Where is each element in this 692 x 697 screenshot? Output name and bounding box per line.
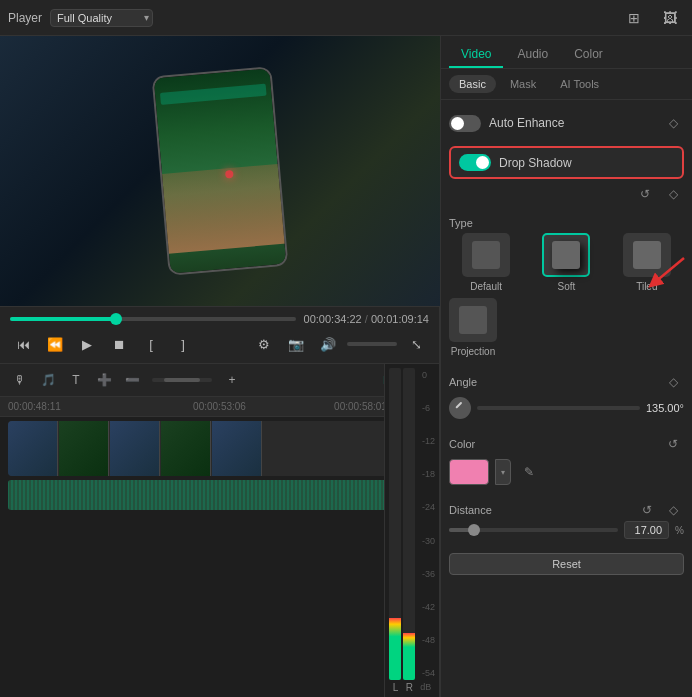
track-content (0, 417, 439, 680)
meter-scale: 0-6-12-18-24-30-36-42-48-54 (422, 368, 435, 680)
tab-color[interactable]: Color (562, 42, 615, 68)
type-option-default[interactable]: Default (449, 233, 523, 292)
mark-in-button[interactable]: [ (138, 331, 164, 357)
grid-view-icon[interactable]: ⊞ (620, 4, 648, 32)
meter-l-label: L (393, 682, 399, 693)
video-preview (0, 36, 440, 306)
reset-button[interactable]: Reset (449, 553, 684, 575)
volume-icon[interactable]: 🔊 (315, 331, 341, 357)
image-view-icon[interactable]: 🖼 (656, 4, 684, 32)
video-track (8, 421, 431, 476)
main-tabs: Video Audio Color (441, 36, 692, 69)
settings-button[interactable]: ⚙ (251, 331, 277, 357)
auto-enhance-toggle[interactable] (449, 115, 481, 132)
main-content: 00:00:34:22 / 00:01:09:14 ⏮ ⏪ ▶ ⏹ [ ] ⚙ … (0, 36, 692, 697)
ruler-mark: 00:00:53:06 (149, 401, 290, 412)
text-button[interactable]: T (64, 368, 88, 392)
current-time: 00:00:34:22 (304, 313, 362, 325)
meter-r-label: R (406, 682, 413, 693)
snapshot-button[interactable]: 📷 (283, 331, 309, 357)
progress-thumb[interactable] (110, 313, 122, 325)
distance-diamond-icon[interactable]: ◇ (662, 499, 684, 521)
left-panel: 00:00:34:22 / 00:01:09:14 ⏮ ⏪ ▶ ⏹ [ ] ⚙ … (0, 36, 440, 697)
type-thumb-soft (542, 233, 590, 277)
color-section: Color ↺ ▾ ✎ (449, 433, 684, 485)
stop-button[interactable]: ⏹ (106, 331, 132, 357)
distance-reset-icon[interactable]: ↺ (636, 499, 658, 521)
mic-button[interactable]: 🎙 (8, 368, 32, 392)
tab-audio[interactable]: Audio (505, 42, 560, 68)
phone-screen (154, 68, 287, 273)
type-inner-projection (459, 306, 487, 334)
track-thumbnail (110, 421, 160, 476)
meter-lr-labels: L R dB (389, 680, 435, 693)
mark-out-button[interactable]: ] (170, 331, 196, 357)
quality-select[interactable]: Full Quality Half Quality Quarter Qualit… (50, 9, 153, 27)
distance-thumb[interactable] (468, 524, 480, 536)
angle-thumb[interactable] (449, 397, 471, 419)
type-option-projection[interactable]: Projection (449, 298, 497, 357)
angle-track[interactable] (477, 406, 640, 410)
timeline-ruler: 00:00:48:11 00:00:53:06 00:00:58:01 (0, 397, 439, 417)
minus-button[interactable]: ➖ (120, 368, 144, 392)
angle-section: Angle ◇ 135.00° (449, 371, 684, 419)
tab-video[interactable]: Video (449, 42, 503, 68)
total-time: 00:01:09:14 (371, 313, 429, 325)
toggle-knob (451, 117, 464, 130)
angle-label: Angle (449, 376, 477, 388)
type-option-soft[interactable]: Soft (529, 233, 603, 292)
color-row: ▾ ✎ (449, 459, 684, 485)
drop-shadow-toggle[interactable] (459, 154, 491, 171)
type-grid: Default Soft Tiled (449, 233, 684, 292)
add-track-button[interactable]: ➕ (92, 368, 116, 392)
distance-unit: % (675, 525, 684, 536)
eyedropper-button[interactable]: ✎ (517, 460, 541, 484)
angle-header: Angle ◇ (449, 371, 684, 393)
type-soft-label: Soft (558, 281, 576, 292)
music-button[interactable]: 🎵 (36, 368, 60, 392)
drop-shadow-reset-icon[interactable]: ↺ (634, 183, 656, 205)
playback-controls: ⏮ ⏪ ▶ ⏹ [ ] ⚙ 📷 🔊 ⤡ (10, 331, 429, 357)
type-section: Type Default Soft (449, 213, 684, 363)
zoom-slider[interactable] (152, 378, 212, 382)
subtab-ai-tools[interactable]: AI Tools (550, 75, 609, 93)
top-bar: Player Full Quality Half Quality Quarter… (0, 0, 692, 36)
sub-tabs: Basic Mask AI Tools (441, 69, 692, 100)
color-reset-icon[interactable]: ↺ (662, 433, 684, 455)
type-thumb-projection (449, 298, 497, 342)
plus-button[interactable]: + (220, 368, 244, 392)
angle-line (455, 402, 462, 409)
ruler-mark: 00:00:48:11 (8, 401, 149, 412)
player-label: Player (8, 11, 42, 25)
rewind-button[interactable]: ⏪ (42, 331, 68, 357)
distance-slider-row: 17.00 % (449, 521, 684, 539)
angle-value: 135.00° (646, 402, 684, 414)
color-header: Color ↺ (449, 433, 684, 455)
auto-enhance-diamond-icon[interactable]: ◇ (662, 112, 684, 134)
drop-shadow-toggle-knob (476, 156, 489, 169)
drop-shadow-diamond-icon[interactable]: ◇ (662, 183, 684, 205)
type-tiled-label: Tiled (636, 281, 657, 292)
subtab-mask[interactable]: Mask (500, 75, 546, 93)
distance-value[interactable]: 17.00 (624, 521, 669, 539)
fullscreen-button[interactable]: ⤡ (403, 331, 429, 357)
color-dropdown-button[interactable]: ▾ (495, 459, 511, 485)
track-thumbnail-green (59, 421, 109, 476)
progress-bar[interactable] (10, 317, 296, 321)
color-swatch[interactable] (449, 459, 489, 485)
audio-track (8, 480, 431, 510)
angle-diamond-icon[interactable]: ◇ (662, 371, 684, 393)
color-label: Color (449, 438, 475, 450)
distance-label: Distance (449, 504, 492, 516)
skip-back-button[interactable]: ⏮ (10, 331, 36, 357)
distance-section: Distance ↺ ◇ 17.00 % (449, 499, 684, 539)
controls-bar: 00:00:34:22 / 00:01:09:14 ⏮ ⏪ ▶ ⏹ [ ] ⚙ … (0, 306, 439, 364)
subtab-basic[interactable]: Basic (449, 75, 496, 93)
play-button[interactable]: ▶ (74, 331, 100, 357)
distance-track[interactable] (449, 528, 618, 532)
meter-bar-r (403, 368, 415, 680)
volume-slider[interactable] (347, 342, 397, 346)
timeline-area: 🎙 🎵 T ➕ ➖ + Meter ▲ 00:00:48:11 00:00:53… (0, 364, 439, 697)
type-option-tiled[interactable]: Tiled (610, 233, 684, 292)
type-thumb-default (462, 233, 510, 277)
